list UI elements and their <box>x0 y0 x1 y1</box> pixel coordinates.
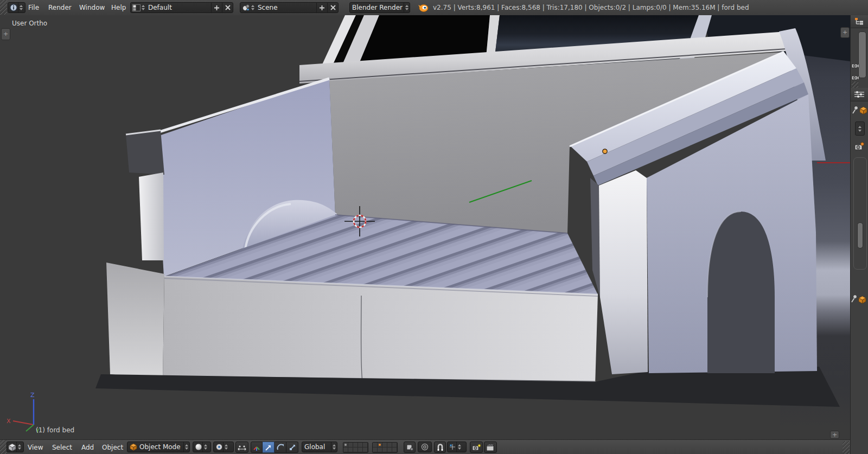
snap-toggle[interactable] <box>434 442 446 453</box>
layer-toggle[interactable] <box>363 443 368 447</box>
layer-toggle[interactable] <box>343 443 348 447</box>
delete-layout-button[interactable] <box>222 3 233 12</box>
add-scene-button[interactable] <box>316 3 327 12</box>
manipulator-translate-button[interactable] <box>263 442 275 453</box>
menu-select[interactable]: Select <box>52 442 72 453</box>
screen-layout-selector[interactable]: Default <box>130 2 233 13</box>
pivot-stepper[interactable] <box>223 442 229 452</box>
snap-stepper[interactable] <box>456 442 462 452</box>
object-context-cube-icon[interactable] <box>859 106 867 114</box>
mode-selector[interactable]: Object Mode <box>127 442 190 452</box>
layer-toggle[interactable] <box>382 447 387 452</box>
bottom-expand-tab[interactable]: + <box>830 431 839 439</box>
layer-toggle[interactable] <box>348 443 353 447</box>
menu-help[interactable]: Help <box>111 2 126 13</box>
viewport-3d[interactable]: X Y Z User Ortho (1) ford bed + + + <box>0 15 850 439</box>
manipulator-enable-toggle[interactable] <box>251 442 263 453</box>
screen-layout-value: Default <box>146 4 211 11</box>
layer-toggle[interactable] <box>358 443 363 447</box>
layer-toggle[interactable] <box>343 447 348 452</box>
screen-layout-icon <box>132 4 141 11</box>
snap-element-selector[interactable] <box>447 442 467 452</box>
layer-toggle[interactable] <box>392 443 397 447</box>
add-layout-button[interactable] <box>211 3 222 12</box>
editor-type-selector-info[interactable] <box>8 2 25 13</box>
outliner-scrollbar[interactable] <box>858 31 866 78</box>
delete-scene-button[interactable] <box>327 3 338 12</box>
header-resize-grip[interactable] <box>843 441 850 454</box>
transform-manipulators <box>251 442 298 453</box>
center-points-icon <box>238 444 246 451</box>
proportional-edit-selector[interactable] <box>418 442 432 452</box>
pin-icon[interactable] <box>851 294 858 303</box>
clapperboard-icon <box>486 444 495 451</box>
orientation-stepper[interactable] <box>331 442 337 452</box>
scene-selector[interactable]: Scene <box>240 2 339 13</box>
layer-toggle[interactable] <box>373 443 378 447</box>
mode-stepper[interactable] <box>183 442 189 452</box>
opengl-render-anim-button[interactable] <box>484 442 497 453</box>
menu-render[interactable]: Render <box>48 2 72 13</box>
editor-type-stepper[interactable] <box>18 3 24 12</box>
transform-orientation-selector[interactable]: Global <box>302 442 337 452</box>
header-resize-grip[interactable] <box>0 0 7 15</box>
render-engine-selector[interactable]: Blender Render <box>349 2 410 13</box>
layer-toggle[interactable] <box>382 443 387 447</box>
opengl-render-still-button[interactable] <box>470 442 483 453</box>
translate-arrow-icon <box>265 444 272 451</box>
menu-file[interactable]: File <box>28 2 39 13</box>
layer-toggle[interactable] <box>363 447 368 452</box>
toolbar-expand-tab[interactable]: + <box>1 28 10 40</box>
properties-icon <box>854 91 865 98</box>
scene-lock-toggle[interactable] <box>404 442 416 453</box>
outliner-header[interactable] <box>851 15 868 28</box>
manipulator-scale-button[interactable] <box>286 442 298 453</box>
object-origin-dot[interactable] <box>603 149 607 154</box>
layer-toggle[interactable] <box>378 443 382 447</box>
properties-header[interactable] <box>851 88 868 101</box>
shading-stepper[interactable] <box>202 442 208 452</box>
gizmo-x-label: X <box>7 418 11 425</box>
menu-add[interactable]: Add <box>81 442 94 453</box>
restrict-render-camera-icon[interactable] <box>851 74 859 81</box>
sidebar-expand-tab[interactable]: + <box>840 27 850 38</box>
layer-toggle[interactable] <box>353 443 358 447</box>
layer-toggle[interactable] <box>353 447 358 452</box>
layer-toggle[interactable] <box>373 447 378 452</box>
screen-layout-stepper[interactable] <box>141 3 146 12</box>
viewport-shading-selector[interactable] <box>193 442 211 452</box>
object-context-cube-icon[interactable] <box>858 296 866 304</box>
restrict-render-camera-icon[interactable] <box>851 62 859 69</box>
pivot-median-icon <box>215 443 223 451</box>
scene-icon <box>242 4 250 11</box>
manipulate-center-points-toggle[interactable] <box>235 442 248 453</box>
menu-view[interactable]: View <box>28 442 43 453</box>
render-settings-icon[interactable] <box>854 141 865 152</box>
layer-toggle[interactable] <box>387 447 392 452</box>
blender-logo-icon <box>418 3 429 12</box>
pivot-point-selector[interactable] <box>213 442 234 452</box>
layer-toggle[interactable] <box>378 447 382 452</box>
scene-value: Scene <box>256 4 316 11</box>
menu-window[interactable]: Window <box>79 2 105 13</box>
magnet-icon <box>437 444 444 451</box>
mode-value: Object Mode <box>137 443 183 451</box>
viewport-canvas[interactable]: X Y Z <box>0 15 850 439</box>
layer-toggle[interactable] <box>358 447 363 452</box>
layer-toggle[interactable] <box>348 447 353 452</box>
scene-stepper[interactable] <box>250 3 256 12</box>
editor-type-selector-3dview[interactable] <box>7 442 24 452</box>
menu-object[interactable]: Object <box>102 442 123 453</box>
manipulator-rotate-button[interactable] <box>275 442 286 453</box>
render-engine-stepper[interactable] <box>404 3 410 12</box>
pin-icon[interactable] <box>852 105 859 114</box>
editor-type-stepper[interactable] <box>16 442 22 452</box>
header-resize-grip[interactable] <box>0 440 7 454</box>
close-icon <box>225 5 231 10</box>
properties-scrollbar[interactable] <box>857 222 863 248</box>
gizmo-z-label: Z <box>30 392 35 399</box>
layer-toggle[interactable] <box>392 447 397 452</box>
outliner-resize-grip[interactable] <box>852 81 858 88</box>
properties-nav-stepper[interactable] <box>855 122 865 136</box>
layer-toggle[interactable] <box>387 443 392 447</box>
